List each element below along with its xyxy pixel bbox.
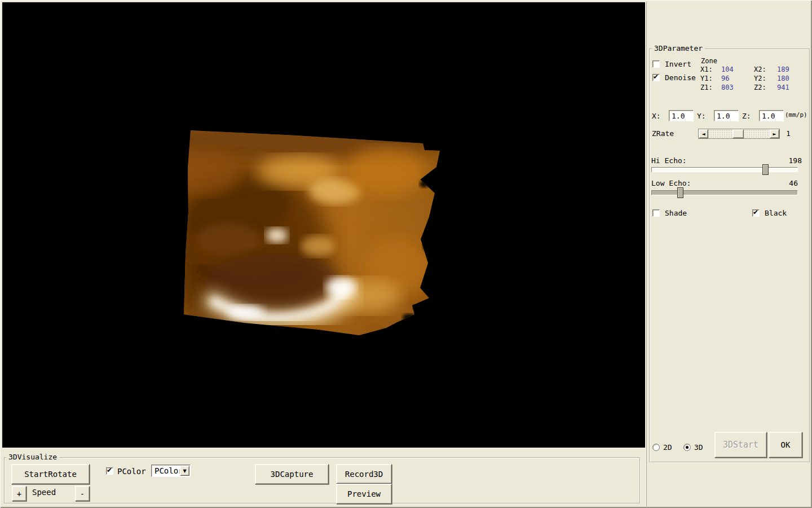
3dstart-button[interactable]: 3DStart <box>714 432 767 458</box>
pcolor-dropdown-value: PColor <box>155 466 183 475</box>
low-echo-slider-track[interactable] <box>651 190 798 195</box>
hi-echo-slider-track[interactable] <box>651 167 798 172</box>
invert-label: Invert <box>665 60 691 68</box>
zone-x1-label: X1: <box>700 65 713 73</box>
shade-label: Shade <box>665 209 687 217</box>
z-scale-label: Z: <box>742 112 751 120</box>
zone-x2-value: 189 <box>777 65 789 73</box>
panel-divider <box>646 2 647 506</box>
denoise-label: Denoise <box>665 74 696 82</box>
parameter-group-title: 3DParameter <box>652 45 705 52</box>
y-scale-input[interactable] <box>714 110 739 121</box>
mode-2d-radio[interactable] <box>652 444 660 451</box>
zone-y2-label: Y2: <box>754 75 766 82</box>
pcolor-checkbox[interactable] <box>106 467 113 475</box>
zone-x2-label: X2: <box>754 65 766 73</box>
black-checkbox[interactable] <box>752 209 760 217</box>
shade-checkbox[interactable] <box>652 209 660 217</box>
preview-button[interactable]: Preview <box>336 484 392 504</box>
zrate-value: 1 <box>786 130 791 138</box>
denoise-checkbox[interactable] <box>652 74 660 81</box>
zone-title: Zone <box>701 57 717 65</box>
speed-plus-button[interactable]: + <box>12 486 27 501</box>
chevron-down-icon[interactable]: ▼ <box>180 466 189 476</box>
hi-echo-label: Hi Echo: <box>651 157 687 165</box>
zone-y1-label: Y1: <box>700 75 713 82</box>
mode-3d-radio[interactable] <box>683 444 691 451</box>
ok-button[interactable]: OK <box>769 432 802 458</box>
zrate-left-arrow-icon[interactable]: ◄ <box>699 129 708 138</box>
y-scale-label: Y: <box>697 112 706 120</box>
zone-z1-label: Z1: <box>700 84 713 91</box>
pcolor-label: PColor <box>117 467 146 475</box>
speed-label: Speed <box>32 488 56 496</box>
low-echo-slider-thumb[interactable] <box>677 187 683 198</box>
hi-echo-value: 198 <box>774 157 802 165</box>
low-echo-value: 46 <box>770 179 798 187</box>
mode-3d-label: 3D <box>694 444 703 452</box>
app-window: 3DParameter Invert Denoise Zone X1: 104 … <box>0 0 812 508</box>
zone-y1-value: 96 <box>721 75 729 82</box>
render-viewport[interactable] <box>2 2 645 448</box>
mode-2d-label: 2D <box>663 444 672 452</box>
x-scale-label: X: <box>652 112 661 120</box>
x-scale-input[interactable] <box>669 110 694 121</box>
z-scale-input[interactable] <box>759 110 784 121</box>
scale-unit-label: (mm/p) <box>785 111 807 119</box>
zone-y2-value: 180 <box>777 75 789 82</box>
zrate-label: ZRate <box>652 130 674 138</box>
ultrasound-render <box>2 2 645 448</box>
low-echo-label: Low Echo: <box>651 179 691 187</box>
speed-minus-button[interactable]: - <box>75 486 90 501</box>
zone-z2-label: Z2: <box>754 84 766 91</box>
zrate-right-arrow-icon[interactable]: ► <box>770 129 779 138</box>
zrate-scrollbar[interactable]: ◄ ► <box>698 129 780 139</box>
hi-echo-slider-thumb[interactable] <box>762 164 769 175</box>
3dcapture-button[interactable]: 3DCapture <box>255 464 329 484</box>
invert-checkbox[interactable] <box>652 60 660 68</box>
zone-z1-value: 803 <box>721 84 734 91</box>
start-rotate-button[interactable]: StartRotate <box>11 464 90 484</box>
visualize-group-title: 3DVisualize <box>6 453 59 461</box>
zone-z2-value: 941 <box>777 84 789 91</box>
black-label: Black <box>765 209 787 217</box>
zone-x1-value: 104 <box>721 65 734 73</box>
zrate-scroll-thumb[interactable] <box>732 129 744 138</box>
pcolor-dropdown[interactable]: PColor ▼ <box>151 465 191 477</box>
record3d-button[interactable]: Record3D <box>336 464 392 484</box>
